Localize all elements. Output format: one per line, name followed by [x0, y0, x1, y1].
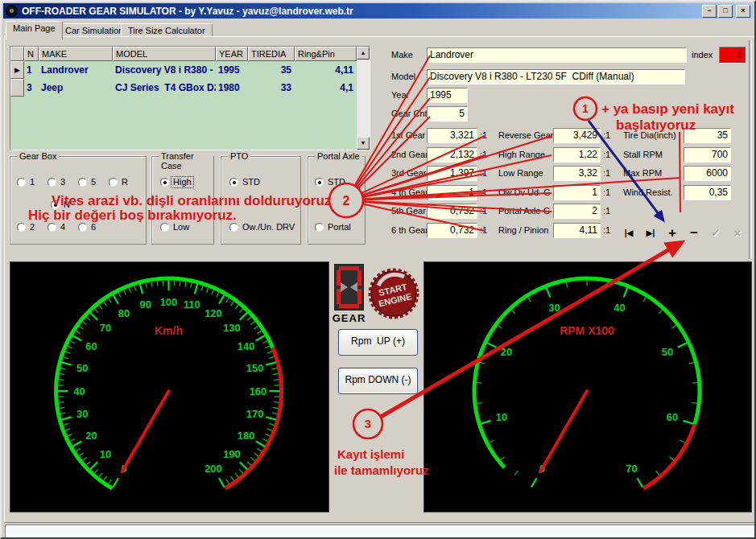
- radio-gear-box-3[interactable]: [48, 178, 56, 187]
- grid-header-ring-pin[interactable]: Ring&Pin: [295, 47, 357, 61]
- radio-pto-ow-un-drv[interactable]: [229, 223, 238, 232]
- nav-insert-button[interactable]: +: [663, 225, 681, 241]
- minor-tick: [191, 282, 192, 288]
- grid-header-model[interactable]: MODEL: [113, 47, 216, 61]
- radio-label[interactable]: 5: [89, 177, 97, 187]
- ratio-field-low-range[interactable]: 3,32: [553, 166, 601, 181]
- major-tick: [678, 343, 688, 348]
- minor-tick: [500, 457, 504, 460]
- minor-tick: [67, 346, 72, 348]
- param-field-max-rpm[interactable]: 6000: [684, 166, 731, 181]
- tick-label: 90: [140, 298, 151, 311]
- gear-field-1[interactable]: 3,321: [427, 128, 477, 143]
- radio-label[interactable]: Portal: [326, 222, 353, 232]
- radio-gear-box-r[interactable]: [109, 178, 118, 187]
- radio-label[interactable]: STD: [326, 177, 347, 187]
- minor-tick: [250, 457, 254, 460]
- radio-label[interactable]: Ow./Un. DRV: [241, 222, 296, 232]
- radio-transfer-case-low[interactable]: [160, 223, 169, 232]
- year-field[interactable]: 1995: [427, 88, 468, 103]
- radio-label[interactable]: 3: [59, 177, 67, 187]
- radio-pto-std[interactable]: [229, 178, 238, 187]
- radio-gear-box-4[interactable]: [48, 223, 56, 232]
- radio-gear-box-2[interactable]: [17, 223, 26, 232]
- minor-tick: [257, 448, 262, 451]
- start-engine-button[interactable]: START ENGINE: [368, 268, 419, 319]
- radio-gear-box-5[interactable]: [78, 178, 87, 187]
- minor-tick: [272, 368, 278, 368]
- gear-field-2[interactable]: 2,132: [427, 147, 477, 163]
- rpm-down-button[interactable]: Rpm DOWN (-): [338, 368, 418, 394]
- rpm-up-button[interactable]: Rpm UP (+): [338, 329, 418, 356]
- minor-tick: [123, 290, 126, 294]
- minor-tick: [265, 346, 270, 348]
- tachometer-unit-label: RPM X100: [560, 324, 614, 337]
- radio-label[interactable]: 4: [59, 222, 67, 232]
- scrollbar-track[interactable]: [357, 60, 370, 137]
- radio-gear-box-n[interactable]: [51, 200, 60, 209]
- radio-portal-axle-std[interactable]: [315, 178, 324, 187]
- minor-tick: [262, 340, 267, 343]
- minor-tick: [94, 469, 98, 473]
- radio-label[interactable]: N: [62, 200, 72, 210]
- grid-header-tiredia[interactable]: TIREDIA: [248, 47, 295, 61]
- tab-main-page[interactable]: Main Page: [6, 21, 63, 40]
- ratio-field-ow-dv-ud-g[interactable]: 1: [553, 185, 601, 200]
- make-field[interactable]: Landrover: [427, 47, 687, 63]
- minor-tick: [60, 368, 66, 368]
- minor-tick: [692, 383, 698, 384]
- nav-delete-button[interactable]: −: [685, 225, 703, 241]
- grid-header-n[interactable]: N: [24, 47, 39, 61]
- major-tick: [140, 284, 143, 294]
- radio-label[interactable]: R: [120, 177, 130, 187]
- scroll-up-button[interactable]: ▲: [357, 47, 370, 60]
- maximize-button[interactable]: □: [718, 5, 733, 18]
- gear-field-6[interactable]: 0,732: [427, 223, 477, 238]
- radio-transfer-case-high[interactable]: [160, 178, 169, 187]
- minor-tick: [528, 297, 531, 302]
- minimize-button[interactable]: −: [702, 5, 717, 18]
- ratio-field-portal-axle-g[interactable]: 2: [553, 204, 601, 219]
- gauge-arc: [643, 424, 695, 488]
- param-field-stall-rpm[interactable]: 700: [684, 147, 731, 163]
- field-label: :1: [603, 168, 616, 179]
- gear-field-5[interactable]: 0,732: [427, 204, 477, 219]
- nav-last-button[interactable]: ▶|: [642, 225, 659, 241]
- param-field-tire-dia-inch-[interactable]: 35: [684, 128, 731, 143]
- model-field[interactable]: Discovery V8 i R380 - LT230 5F CDiff (Ma…: [427, 69, 685, 84]
- minor-tick: [99, 305, 102, 309]
- gear-field-4[interactable]: 1: [427, 185, 477, 200]
- tick-label: 50: [76, 362, 88, 374]
- scroll-down-button[interactable]: ▼: [357, 137, 370, 150]
- grid-header-year[interactable]: YEAR: [216, 47, 248, 61]
- minor-tick: [489, 440, 494, 442]
- radio-label[interactable]: 6: [89, 222, 97, 232]
- param-field-wind-resist-[interactable]: 0,35: [684, 185, 731, 200]
- field-label: Ring / Pinion: [498, 225, 553, 237]
- minor-tick: [63, 423, 68, 425]
- radio-label[interactable]: 1: [28, 177, 36, 187]
- radio-gear-box-1[interactable]: [17, 178, 26, 187]
- minor-tick: [217, 292, 219, 297]
- field-label: Ow Dv Ud. G: [498, 187, 553, 199]
- groupbox-portal-axle: Portal AxleSTDPortal: [308, 156, 366, 245]
- grid-header-make[interactable]: MAKE: [39, 47, 113, 61]
- close-button[interactable]: ×: [736, 5, 750, 18]
- radio-gear-box-6[interactable]: [78, 223, 87, 232]
- ratio-field-reverse-gear[interactable]: 3,429: [553, 128, 601, 143]
- gear-count-field[interactable]: 5: [427, 106, 468, 121]
- gauge-needle: [540, 391, 587, 471]
- ratio-field-high-range[interactable]: 1,22: [553, 147, 601, 163]
- radio-label[interactable]: 2: [28, 222, 36, 232]
- minor-tick: [180, 281, 180, 286]
- radio-portal-axle-portal[interactable]: [315, 223, 324, 232]
- gear-field-3[interactable]: 1,397: [427, 166, 477, 181]
- field-label: 1st Gear: [391, 130, 427, 142]
- radio-label[interactable]: High: [171, 177, 193, 187]
- tick-label: 30: [548, 302, 560, 314]
- minor-tick: [157, 281, 158, 286]
- radio-label[interactable]: Low: [171, 222, 191, 232]
- radio-label[interactable]: STD: [241, 177, 262, 187]
- ratio-field-ring-pinion[interactable]: 4,11: [553, 223, 601, 238]
- nav-first-button[interactable]: |◀: [620, 225, 638, 241]
